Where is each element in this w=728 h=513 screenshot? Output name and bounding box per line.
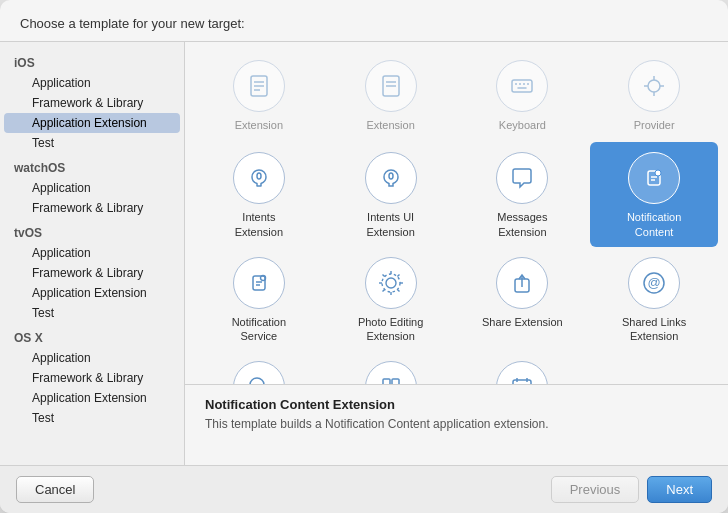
template-messages-ext[interactable]: MessagesExtension [459,142,587,247]
sidebar-item-ios-application[interactable]: Application [4,73,180,93]
notification-content-icon [628,152,680,204]
sidebar-item-osx-application[interactable]: Application [4,348,180,368]
template-spotlight[interactable]: Spotlight IndexExtension [195,351,323,385]
notification-service-icon [233,257,285,309]
partial-icon-3 [496,60,548,112]
svg-line-36 [397,274,399,276]
svg-point-19 [389,173,393,179]
partial-top-row: Extension Extension [195,50,718,140]
description-area: Notification Content Extension This temp… [185,385,728,465]
template-grid-area: Extension Extension [185,42,728,385]
svg-rect-7 [512,80,532,92]
cancel-button[interactable]: Cancel [16,476,94,503]
spotlight-icon [233,361,285,385]
description-title: Notification Content Extension [205,397,708,412]
sidebar-item-tvos-framework[interactable]: Framework & Library [4,263,180,283]
partial-keyboard[interactable]: Keyboard [459,50,587,140]
template-row-1: IntentsExtension Intents UIExtension [195,142,718,247]
sidebar: iOS Application Framework & Library Appl… [0,42,185,465]
notification-service-label: NotificationService [232,315,286,344]
dialog: Choose a template for your new target: i… [0,0,728,513]
sticker-pack-icon [365,361,417,385]
svg-line-34 [382,274,384,276]
sidebar-item-watchos-framework[interactable]: Framework & Library [4,198,180,218]
footer-right-buttons: Previous Next [551,476,712,503]
svg-point-18 [257,173,261,179]
sidebar-item-ios-appext[interactable]: Application Extension [4,113,180,133]
svg-point-13 [648,80,660,92]
svg-point-25 [260,275,265,280]
notification-content-label: NotificationContent [627,210,681,239]
sidebar-item-osx-framework[interactable]: Framework & Library [4,368,180,388]
sidebar-item-osx-appext[interactable]: Application Extension [4,388,180,408]
share-label: Share Extension [482,315,563,329]
today-icon: 17 [496,361,548,385]
partial-provider[interactable]: Provider [590,50,718,140]
sidebar-item-ios-framework[interactable]: Framework & Library [4,93,180,113]
template-notification-content[interactable]: NotificationContent [590,142,718,247]
photo-editing-label: Photo EditingExtension [358,315,423,344]
partial-label-1: Extension [235,118,283,132]
dialog-footer: Cancel Previous Next [0,465,728,513]
sidebar-section-watchos: watchOS [0,153,184,178]
partial-label-4: Provider [634,118,675,132]
template-share-ext[interactable]: Share Extension [459,247,587,352]
svg-point-28 [386,278,396,288]
previous-button[interactable]: Previous [551,476,640,503]
next-button[interactable]: Next [647,476,712,503]
partial-extension-2[interactable]: Extension [327,50,455,140]
dialog-title: Choose a template for your new target: [0,0,728,41]
template-intents-ui-ext[interactable]: Intents UIExtension [327,142,455,247]
template-notification-service[interactable]: NotificationService [195,247,323,352]
main-content: Extension Extension [185,42,728,465]
sidebar-item-ios-test[interactable]: Test [4,133,180,153]
dialog-body: iOS Application Framework & Library Appl… [0,41,728,465]
partial-icon-4 [628,60,680,112]
sidebar-item-tvos-application[interactable]: Application [4,243,180,263]
template-shared-links[interactable]: @ Shared LinksExtension [590,247,718,352]
template-today-ext[interactable]: 17 Today Extension [459,351,587,385]
template-row-2: NotificationService [195,247,718,352]
sidebar-item-tvos-appext[interactable]: Application Extension [4,283,180,303]
intents-ui-label: Intents UIExtension [366,210,414,239]
svg-rect-24 [253,276,265,290]
description-text: This template builds a Notification Cont… [205,416,708,433]
template-row-3: Spotlight IndexExtension Sticke [195,351,718,385]
intents-ui-icon [365,152,417,204]
intents-ext-icon [233,152,285,204]
sidebar-item-watchos-application[interactable]: Application [4,178,180,198]
template-sticker-pack[interactable]: Sticker PackExtension [327,351,455,385]
svg-line-35 [397,289,399,291]
template-intents-ext[interactable]: IntentsExtension [195,142,323,247]
partial-icon-1 [233,60,285,112]
partial-label-2: Extension [366,118,414,132]
svg-point-29 [382,274,400,292]
svg-text:@: @ [648,275,661,290]
share-icon [496,257,548,309]
intents-ext-label: IntentsExtension [235,210,283,239]
partial-label-3: Keyboard [499,118,546,132]
svg-point-21 [655,170,661,176]
sidebar-section-tvos: tvOS [0,218,184,243]
template-photo-editing[interactable]: Photo EditingExtension [327,247,455,352]
sidebar-item-osx-test[interactable]: Test [4,408,180,428]
messages-label: MessagesExtension [497,210,547,239]
partial-extension-1[interactable]: Extension [195,50,323,140]
sidebar-item-tvos-test[interactable]: Test [4,303,180,323]
shared-links-icon: @ [628,257,680,309]
sidebar-section-ios: iOS [0,48,184,73]
empty-cell [590,351,718,385]
photo-editing-icon [365,257,417,309]
partial-icon-2 [365,60,417,112]
messages-icon [496,152,548,204]
sidebar-section-osx: OS X [0,323,184,348]
svg-line-37 [382,289,384,291]
shared-links-label: Shared LinksExtension [622,315,686,344]
